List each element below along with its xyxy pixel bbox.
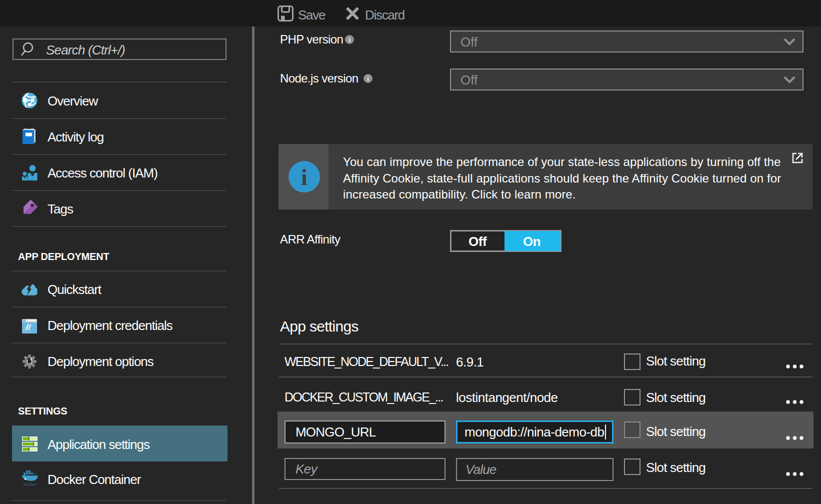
svg-text:docker: docker — [24, 482, 37, 487]
svg-text:i: i — [367, 75, 369, 82]
svg-text:i: i — [348, 36, 350, 44]
svg-text:i: i — [301, 164, 308, 190]
